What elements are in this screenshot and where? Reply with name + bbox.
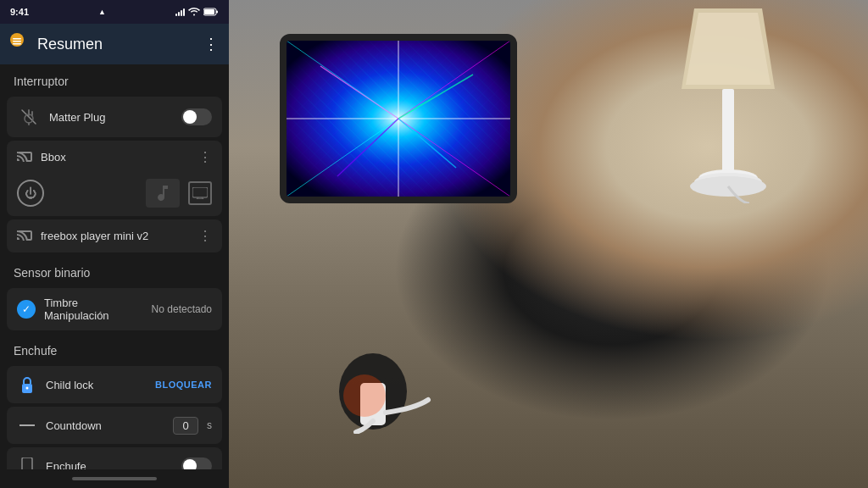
bbox-header: Bbox ⋮ xyxy=(7,141,222,174)
svg-rect-27 xyxy=(13,41,21,42)
svg-point-21 xyxy=(343,374,386,417)
wifi-icon xyxy=(188,8,200,16)
bbox-controls: ⏻ xyxy=(7,174,222,216)
svg-point-39 xyxy=(26,387,29,390)
matter-plug-icon xyxy=(17,105,41,129)
bbox-power-button[interactable]: ⏻ xyxy=(17,180,44,207)
freebox-name: freebox player mini v2 xyxy=(41,230,190,242)
svg-rect-23 xyxy=(204,9,214,14)
home-indicator xyxy=(72,477,157,480)
section-sensor-binario: Sensor binario xyxy=(0,256,229,285)
sensor-check-icon: ✓ xyxy=(17,300,36,319)
section-interruptor: Interruptor xyxy=(0,64,229,93)
timbre-status: No detectado xyxy=(152,303,212,315)
svg-rect-34 xyxy=(192,187,208,197)
child-lock-item[interactable]: Child lock BLOQUEAR xyxy=(7,366,222,403)
bbox-cast-icon xyxy=(17,150,32,164)
matter-plug-name: Matter Plug xyxy=(49,111,173,124)
tablet-device xyxy=(280,34,517,203)
signal-bars-icon xyxy=(175,8,185,16)
child-lock-label: Child lock xyxy=(46,379,147,391)
status-icons xyxy=(175,8,219,16)
bbox-card: Bbox ⋮ ⏻ xyxy=(7,141,222,216)
matter-plug-toggle[interactable] xyxy=(181,108,212,125)
menu-icon[interactable] xyxy=(10,33,29,56)
countdown-value[interactable]: 0 xyxy=(173,417,198,435)
section-enchufe: Enchufe xyxy=(0,334,229,363)
background-photo xyxy=(229,0,868,488)
countdown-item[interactable]: Countdown 0 s xyxy=(7,407,222,444)
status-time: 9:41 xyxy=(10,7,29,17)
content-area: Interruptor Matter Plug xyxy=(0,64,229,469)
freebox-item[interactable]: freebox player mini v2 ⋮ xyxy=(7,219,222,252)
bbox-screen-icon[interactable] xyxy=(188,181,212,205)
battery-icon xyxy=(203,8,219,16)
status-time-arrow: ▲ xyxy=(98,8,106,16)
lamp xyxy=(673,8,783,203)
more-options-icon[interactable]: ⋮ xyxy=(203,35,219,53)
mobile-panel: 9:41 ▲ xyxy=(0,0,229,488)
bbox-media-icon xyxy=(146,179,180,208)
svg-point-25 xyxy=(10,33,24,47)
child-lock-icon xyxy=(17,374,37,395)
smart-plug-device xyxy=(331,349,432,437)
svg-rect-41 xyxy=(22,458,32,469)
bbox-more-icon[interactable]: ⋮ xyxy=(198,149,212,165)
svg-rect-28 xyxy=(13,43,21,45)
matter-plug-item[interactable]: Matter Plug xyxy=(7,97,222,137)
enchufe-toggle[interactable] xyxy=(181,458,212,469)
bloquear-button[interactable]: BLOQUEAR xyxy=(155,380,212,390)
countdown-icon xyxy=(17,415,37,435)
page-title: Resumen xyxy=(37,36,195,53)
bbox-name: Bbox xyxy=(41,151,190,164)
timbre-manipulacion-item[interactable]: ✓ Timbre Manipulación No detectado xyxy=(7,288,222,330)
svg-rect-15 xyxy=(722,89,734,178)
svg-marker-14 xyxy=(686,13,771,85)
countdown-unit: s xyxy=(207,419,212,431)
power-symbol: ⏻ xyxy=(25,186,36,200)
freebox-more-icon[interactable]: ⋮ xyxy=(198,228,212,244)
home-bar xyxy=(0,469,229,488)
status-bar: 9:41 ▲ xyxy=(0,0,229,24)
enchufe-phone-icon xyxy=(17,456,37,469)
countdown-label: Countdown xyxy=(46,419,164,432)
freebox-cast-icon xyxy=(17,229,32,243)
svg-rect-24 xyxy=(216,11,218,14)
enchufe-name: Enchufe xyxy=(46,460,173,470)
enchufe-toggle-item[interactable]: Enchufe xyxy=(7,447,222,469)
timbre-name: Timbre Manipulación xyxy=(44,297,143,322)
top-bar: Resumen ⋮ xyxy=(0,24,229,64)
svg-rect-26 xyxy=(13,38,21,40)
